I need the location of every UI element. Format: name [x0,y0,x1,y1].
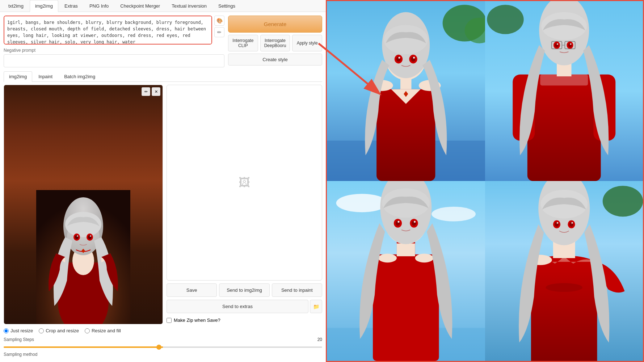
svg-point-63 [415,254,434,262]
prompt-tools: 🎨 ✏ [214,16,224,46]
resize-fill-label: Resize and fill [92,328,121,333]
brush-icon: 🎨 [216,18,223,24]
image-upload-area[interactable]: ✏ ✕ [4,85,163,324]
apply-style-button[interactable]: Apply style [292,35,322,51]
gallery-img-1 [327,1,485,181]
interrogate-row: Interrogate CLIP Interrogate DeepBooru A… [228,35,322,51]
right-controls: Generate Interrogate CLIP Interrogate De… [228,16,322,66]
svg-point-52 [570,43,571,45]
svg-point-32 [398,57,400,59]
sampling-steps-label-row: Sampling Steps 20 [4,337,322,342]
crop-resize-option[interactable]: Crop and resize [39,328,79,333]
svg-rect-36 [527,75,601,181]
output-area: 🖼 Save Send to img2img Send to inpaint S… [167,85,322,324]
uploaded-image [4,85,163,324]
sub-tab-img2img[interactable]: img2img [4,71,32,82]
sub-tabs: img2img Inpaint Batch img2img [4,71,322,82]
output-buttons: Save Send to img2img Send to inpaint [167,283,322,297]
tab-extras[interactable]: Extras [59,0,83,12]
output-placeholder-icon: 🖼 [239,176,250,189]
tab-textual-inversion[interactable]: Textual inversion [166,0,212,12]
sub-tab-batch[interactable]: Batch img2img [59,71,101,81]
zip-checkbox[interactable] [167,318,172,323]
svg-rect-61 [397,243,415,256]
svg-point-13 [90,235,91,237]
prompt-textarea-wrap [4,16,212,46]
svg-point-33 [413,57,415,59]
sampling-steps-slider[interactable] [4,346,322,348]
svg-point-75 [546,283,582,292]
tab-png-info[interactable]: PNG Info [84,0,114,12]
content-area: 🎨 ✏ Negative prompt Generate Interroga [0,12,326,362]
svg-rect-57 [373,254,439,361]
gallery-cell-4 [485,181,643,361]
create-style-button[interactable]: Create style [228,54,322,66]
output-image-box: 🖼 [167,85,322,281]
gallery-img-4 [485,181,643,361]
edit-icon: ✏ [144,89,148,94]
interrogate-deepbooru-button[interactable]: Interrogate DeepBooru [260,35,290,51]
sampling-steps-section: Sampling Steps 20 [4,337,322,349]
gallery-panel [326,0,644,362]
svg-point-55 [432,207,476,222]
brush-icon-btn[interactable]: 🎨 [214,16,224,26]
gallery-img-2 [485,1,643,181]
svg-point-74 [602,186,643,216]
svg-point-62 [378,254,397,262]
edit-image-button[interactable]: ✏ [142,87,150,96]
svg-point-12 [77,235,78,237]
resize-options: Just resize Crop and resize Resize and f… [4,328,322,333]
folder-button[interactable]: 📁 [310,300,322,313]
pencil-icon: ✏ [217,29,222,35]
bottom-controls: Just resize Crop and resize Resize and f… [4,328,322,358]
gallery-cell-2 [485,1,643,181]
header-row: 🎨 ✏ Negative prompt Generate Interroga [4,16,322,68]
gallery-img-3 [327,181,485,361]
gallery-cell-1 [327,1,485,181]
sampling-steps-value: 20 [317,337,322,342]
just-resize-label: Just resize [10,328,33,333]
just-resize-option[interactable]: Just resize [4,328,33,333]
svg-point-71 [397,221,399,223]
crop-resize-radio[interactable] [39,328,44,333]
save-button[interactable]: Save [167,283,217,297]
prompt-input[interactable] [4,16,212,45]
tab-txt2img[interactable]: txt2img [3,0,29,12]
send-to-img2img-button[interactable]: Send to img2img [219,283,269,297]
tab-settings[interactable]: Settings [213,0,241,12]
zip-label: Make Zip when Save? [174,317,220,323]
negative-prompt-label: Negative prompt [4,48,224,53]
anime-girl-svg [36,190,130,324]
send-to-extras-button[interactable]: Send to extras [167,300,308,313]
svg-point-35 [487,5,523,34]
gallery-cell-3 [327,181,485,361]
generate-button[interactable]: Generate [228,16,322,33]
top-tabs: txt2img img2img Extras PNG Info Checkpoi… [0,0,326,12]
two-col: ✏ ✕ 🖼 Save Send to img2img Send to inpai… [4,85,322,324]
pencil-icon-btn[interactable]: ✏ [214,27,224,37]
send-to-inpaint-button[interactable]: Send to inpaint [272,283,322,297]
tab-img2img[interactable]: img2img [30,0,58,12]
zip-row: Make Zip when Save? [167,316,322,324]
svg-point-72 [414,221,416,223]
close-image-button[interactable]: ✕ [152,87,160,96]
svg-point-51 [556,43,558,45]
interrogate-clip-button[interactable]: Interrogate CLIP [228,35,258,51]
just-resize-radio[interactable] [4,328,9,333]
sub-tab-inpaint[interactable]: Inpaint [33,71,58,81]
svg-point-86 [571,222,573,223]
resize-fill-radio[interactable] [85,328,90,333]
tab-checkpoint-merger[interactable]: Checkpoint Merger [115,0,165,12]
svg-point-7 [65,212,101,237]
crop-resize-label: Crop and resize [46,328,79,333]
svg-point-85 [556,222,558,223]
close-icon: ✕ [155,89,158,94]
sampling-steps-label: Sampling Steps [4,337,34,342]
send-extras-row: Send to extras 📁 [167,300,322,313]
negative-prompt-input[interactable] [4,54,224,67]
svg-point-54 [336,194,388,212]
sampling-method-label: Sampling method [4,352,322,357]
prompt-section: 🎨 ✏ Negative prompt [4,16,224,68]
resize-fill-option[interactable]: Resize and fill [85,328,121,333]
folder-icon: 📁 [313,304,319,310]
